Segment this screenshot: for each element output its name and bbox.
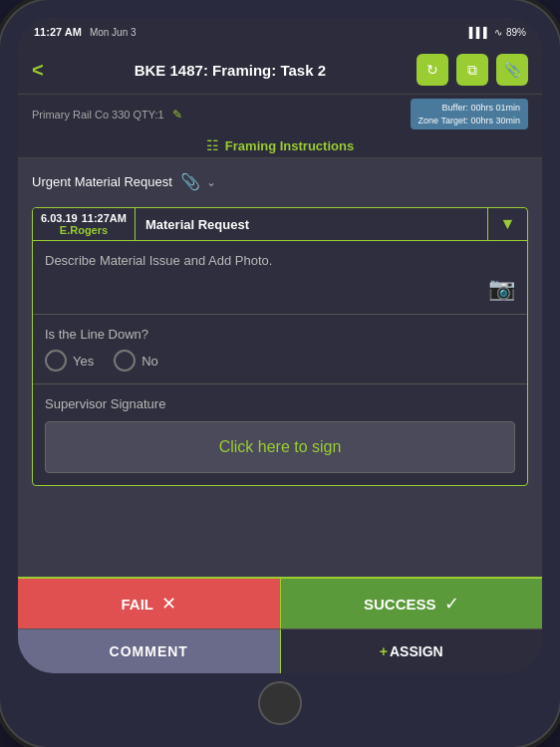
refresh-button[interactable]: ↻: [417, 54, 448, 86]
framing-row[interactable]: ☷ Framing Instructions: [18, 133, 542, 158]
assign-button[interactable]: +ASSIGN: [281, 629, 543, 673]
status-time: 11:27 AM: [34, 26, 82, 38]
card-expand-button[interactable]: ▼: [487, 208, 527, 240]
signal-icon: ▌▌▌: [469, 27, 490, 38]
home-button[interactable]: [258, 681, 302, 725]
sub-header-left: Primary Rail Co 330 QTY:1 ✎: [32, 108, 182, 122]
line-down-section: Is the Line Down? Yes No: [33, 315, 527, 384]
radio-label-yes: Yes: [73, 354, 94, 369]
describe-section: Describe Material Issue and Add Photo. 📷: [33, 241, 527, 315]
radio-group: Yes No: [45, 350, 515, 372]
card-time: 11:27AM: [82, 212, 127, 224]
clip-icon: 📎: [504, 62, 521, 78]
sub-header: Primary Rail Co 330 QTY:1 ✎ Buffer: 00hr…: [18, 95, 542, 133]
material-request-card: 6.03.19 11:27AM E.Rogers Material Reques…: [32, 207, 528, 486]
buffer-text: Buffer: 00hrs 01min: [419, 102, 520, 115]
comment-label: COMMENT: [110, 643, 188, 659]
framing-label: Framing Instructions: [225, 138, 354, 153]
refresh-icon: ↻: [426, 62, 438, 78]
assign-plus: +: [380, 643, 388, 659]
signature-label: Supervisor Signature: [45, 396, 515, 411]
fail-label: FAIL: [122, 596, 154, 613]
back-button[interactable]: <: [32, 59, 44, 82]
status-icons: ▌▌▌ ∿ 89%: [469, 27, 526, 38]
document-icon: ☷: [206, 137, 219, 153]
edit-icon[interactable]: ✎: [172, 108, 182, 122]
app-header: < BKE 1487: Framing: Task 2 ↻ ⧉ 📎: [18, 46, 542, 95]
secondary-actions: COMMENT +ASSIGN: [18, 628, 542, 673]
radio-item-yes[interactable]: Yes: [45, 350, 94, 372]
date-time-row: 6.03.19 11:27AM: [41, 212, 127, 224]
radio-circle-no[interactable]: [114, 350, 136, 372]
describe-label: Describe Material Issue and Add Photo.: [45, 253, 515, 268]
card-date: 6.03.19: [41, 212, 78, 224]
card-author: E.Rogers: [60, 224, 108, 236]
signature-section: Supervisor Signature Click here to sign: [33, 384, 527, 485]
card-header: 6.03.19 11:27AM E.Rogers Material Reques…: [33, 208, 527, 241]
device-bottom: [18, 673, 542, 729]
device-frame: 11:27 AM Mon Jun 3 ▌▌▌ ∿ 89% < BKE 1487:…: [0, 0, 560, 747]
zone-target-text: Zone Target: 00hrs 30min: [419, 115, 520, 127]
fail-icon: ✕: [161, 593, 176, 615]
copy-icon: ⧉: [467, 62, 477, 79]
radio-circle-yes[interactable]: [45, 350, 67, 372]
success-button[interactable]: SUCCESS ✓: [281, 579, 543, 628]
device-screen: 11:27 AM Mon Jun 3 ▌▌▌ ∿ 89% < BKE 1487:…: [18, 18, 542, 673]
header-title: BKE 1487: Framing: Task 2: [44, 62, 417, 79]
wifi-icon: ∿: [494, 27, 502, 38]
battery-icon: 89%: [506, 27, 526, 38]
bottom-actions: FAIL ✕ SUCCESS ✓: [18, 577, 542, 628]
urgent-label: Urgent Material Request: [32, 174, 172, 189]
status-date: Mon Jun 3: [90, 27, 137, 38]
success-label: SUCCESS: [364, 596, 436, 613]
clip-button[interactable]: 📎: [496, 54, 528, 86]
radio-item-no[interactable]: No: [114, 350, 158, 372]
urgent-icons: 📎 ⌄: [180, 172, 216, 191]
assign-label: +ASSIGN: [380, 643, 443, 659]
signature-box[interactable]: Click here to sign: [45, 421, 515, 473]
buffer-info: Buffer: 00hrs 01min Zone Target: 00hrs 3…: [411, 99, 528, 129]
camera-icon[interactable]: 📷: [488, 276, 515, 302]
header-actions: ↻ ⧉ 📎: [417, 54, 528, 86]
comment-button[interactable]: COMMENT: [18, 629, 281, 673]
photo-icon-row: 📷: [45, 276, 515, 302]
chevron-down-icon[interactable]: ⌄: [206, 175, 216, 189]
expand-icon: ▼: [500, 215, 516, 233]
card-date-block: 6.03.19 11:27AM E.Rogers: [33, 208, 136, 240]
fail-button[interactable]: FAIL ✕: [18, 579, 281, 628]
card-title: Material Request: [145, 217, 249, 232]
copy-button[interactable]: ⧉: [456, 54, 488, 86]
attach-icon[interactable]: 📎: [180, 172, 200, 191]
content-area: Urgent Material Request 📎 ⌄ 6.03.19 11:2…: [18, 158, 542, 577]
radio-label-no: No: [141, 354, 158, 369]
line-down-label: Is the Line Down?: [45, 327, 515, 342]
status-bar: 11:27 AM Mon Jun 3 ▌▌▌ ∿ 89%: [18, 18, 542, 46]
card-title-block: Material Request: [136, 208, 487, 240]
rail-info: Primary Rail Co 330 QTY:1: [32, 109, 164, 121]
success-icon: ✓: [444, 593, 459, 615]
urgent-row: Urgent Material Request 📎 ⌄: [32, 168, 528, 195]
signature-placeholder: Click here to sign: [219, 438, 342, 456]
